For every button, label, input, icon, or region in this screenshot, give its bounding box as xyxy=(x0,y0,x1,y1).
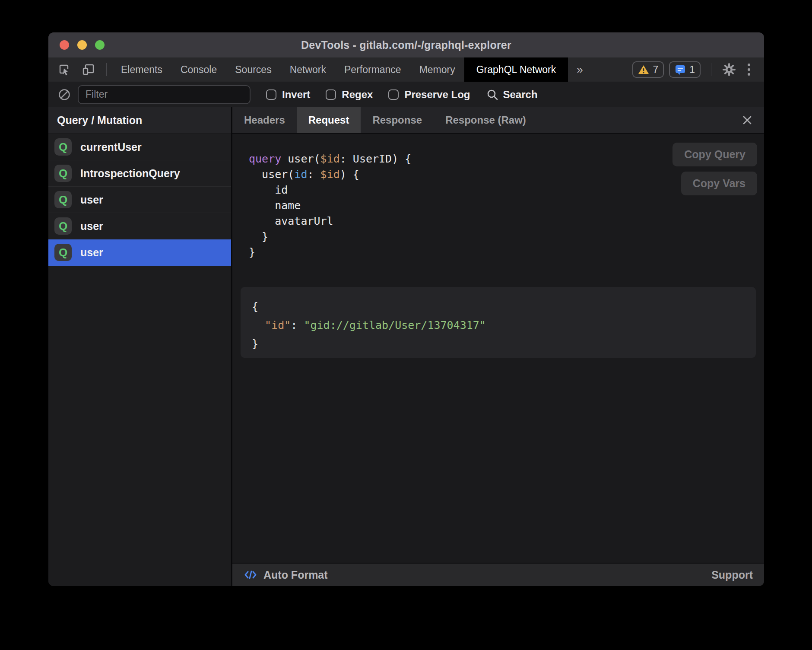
panel-footer: Auto Format Support xyxy=(232,563,764,586)
gear-icon xyxy=(722,62,736,77)
device-toolbar-icon xyxy=(81,63,96,76)
device-toolbar-button[interactable] xyxy=(76,57,101,82)
preserve-log-checkbox[interactable]: Preserve Log xyxy=(388,89,470,101)
more-tabs-button[interactable]: » xyxy=(568,57,591,82)
devtools-window: DevTools - gitlab.com/-/graphql-explorer… xyxy=(48,32,764,586)
filter-toolbar: Invert Regex Preserve Log Search xyxy=(48,82,764,107)
window-title: DevTools - gitlab.com/-/graphql-explorer xyxy=(301,39,511,51)
zoom-window-button[interactable] xyxy=(95,40,105,50)
query-list-sidebar: Query / Mutation Q currentUser Q Introsp… xyxy=(48,107,232,586)
auto-format-label: Auto Format xyxy=(263,569,328,581)
copy-buttons-group: Copy Query Copy Vars xyxy=(672,143,757,195)
traffic-lights xyxy=(60,40,105,50)
checkbox-box xyxy=(388,89,399,100)
clear-requests-button[interactable] xyxy=(48,88,71,101)
query-type-badge: Q xyxy=(54,191,72,208)
query-row-currentUser[interactable]: Q currentUser xyxy=(48,134,231,160)
warning-icon xyxy=(638,64,649,75)
close-window-button[interactable] xyxy=(60,40,69,50)
query-row-label: currentUser xyxy=(80,141,142,153)
title-bar: DevTools - gitlab.com/-/graphql-explorer xyxy=(48,32,764,57)
block-icon xyxy=(58,88,71,101)
tab-response[interactable]: Response xyxy=(361,107,434,133)
query-row-introspectionquery[interactable]: Q IntrospectionQuery xyxy=(48,160,231,187)
query-type-badge: Q xyxy=(54,217,72,235)
request-content: query user($id: UserID) { user(id: $id) … xyxy=(232,134,764,563)
tab-console[interactable]: Console xyxy=(171,57,226,82)
detail-tab-bar: Headers Request Response Response (Raw) xyxy=(232,107,764,134)
tab-elements[interactable]: Elements xyxy=(112,57,171,82)
sidebar-header: Query / Mutation xyxy=(48,107,231,134)
tab-response-raw[interactable]: Response (Raw) xyxy=(434,107,538,133)
tab-request[interactable]: Request xyxy=(297,107,361,133)
auto-format-button[interactable]: Auto Format xyxy=(244,569,328,581)
query-row-user-2[interactable]: Q user xyxy=(48,213,231,239)
checkbox-box xyxy=(266,89,276,100)
warnings-count: 7 xyxy=(653,64,658,76)
detail-panel: Headers Request Response Response (Raw) … xyxy=(232,107,764,586)
copy-vars-button[interactable]: Copy Vars xyxy=(681,172,757,195)
inspect-cursor-icon xyxy=(57,63,71,76)
tab-memory[interactable]: Memory xyxy=(410,57,464,82)
query-type-badge: Q xyxy=(54,244,72,261)
close-detail-button[interactable] xyxy=(730,107,764,133)
toolbar-separator xyxy=(711,63,711,76)
regex-label: Regex xyxy=(342,89,373,101)
query-variables-box: { "id": "gid://gitlab/User/13704317" } xyxy=(241,287,756,358)
query-type-badge: Q xyxy=(54,165,72,182)
issues-count: 1 xyxy=(689,64,695,76)
query-type-badge: Q xyxy=(54,138,72,156)
toolbar-right-group: 7 1 xyxy=(632,57,764,82)
preserve-log-label: Preserve Log xyxy=(404,89,470,101)
query-row-label: user xyxy=(80,220,103,233)
query-row-label: user xyxy=(80,194,103,206)
inspect-element-button[interactable] xyxy=(48,57,76,82)
code-brackets-icon xyxy=(244,569,257,581)
sidebar-empty-space xyxy=(48,266,231,586)
search-toggle[interactable]: Search xyxy=(486,89,537,101)
filter-input[interactable] xyxy=(78,85,251,104)
close-icon xyxy=(742,115,753,126)
toolbar-separator xyxy=(106,63,107,76)
search-label: Search xyxy=(503,89,537,101)
issues-badge[interactable]: 1 xyxy=(669,61,701,78)
issues-message-icon xyxy=(675,64,686,75)
query-row-label: user xyxy=(80,246,103,259)
devtools-tab-bar: Elements Console Sources Network Perform… xyxy=(48,57,764,82)
three-dots-vertical-icon xyxy=(747,62,751,77)
query-row-user-1[interactable]: Q user xyxy=(48,187,231,213)
regex-checkbox[interactable]: Regex xyxy=(326,89,373,101)
copy-query-button[interactable]: Copy Query xyxy=(672,143,757,166)
search-icon xyxy=(486,89,498,101)
tab-network[interactable]: Network xyxy=(281,57,335,82)
warnings-badge[interactable]: 7 xyxy=(632,61,664,78)
support-link[interactable]: Support xyxy=(711,569,753,581)
tab-sources[interactable]: Sources xyxy=(226,57,280,82)
invert-label: Invert xyxy=(282,89,310,101)
minimize-window-button[interactable] xyxy=(77,40,87,50)
invert-checkbox[interactable]: Invert xyxy=(266,89,310,101)
main-area: Query / Mutation Q currentUser Q Introsp… xyxy=(48,107,764,586)
query-row-user-3-selected[interactable]: Q user xyxy=(48,239,231,266)
tab-headers[interactable]: Headers xyxy=(232,107,297,133)
query-row-label: IntrospectionQuery xyxy=(80,167,180,180)
tab-graphql-network[interactable]: GraphQL Network xyxy=(464,57,568,82)
menu-button[interactable] xyxy=(742,57,756,82)
settings-button[interactable] xyxy=(717,57,742,82)
checkbox-box xyxy=(326,89,336,100)
tab-performance[interactable]: Performance xyxy=(335,57,410,82)
